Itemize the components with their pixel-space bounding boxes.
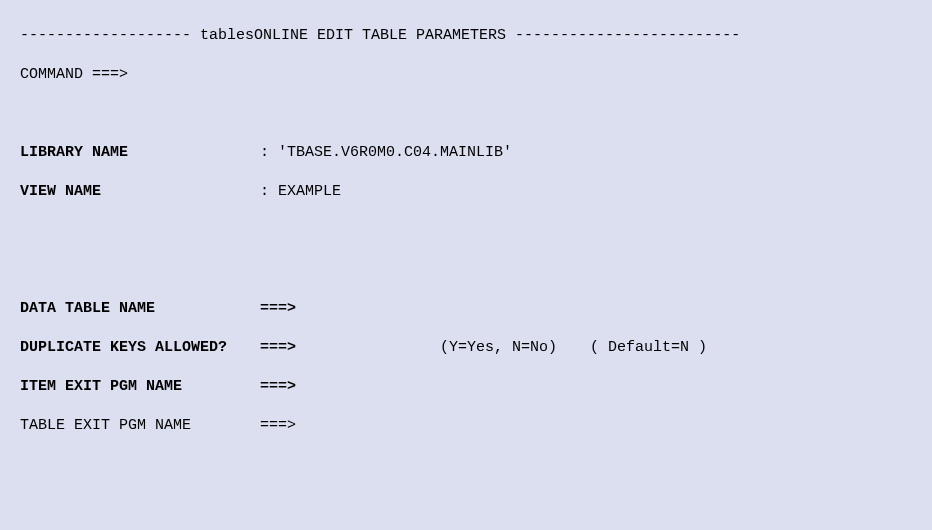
terminal-screen: ------------------- tablesONLINE EDIT TA… — [0, 0, 932, 530]
dup-keys-hint: (Y=Yes, N=No) — [440, 337, 590, 359]
view-label: VIEW NAME — [20, 181, 260, 203]
header-line: ------------------- tablesONLINE EDIT TA… — [20, 25, 912, 47]
data-table-label: DATA TABLE NAME — [20, 298, 260, 320]
arrow-icon: ===> — [260, 378, 296, 395]
table-exit-label: TABLE EXIT PGM NAME — [20, 415, 260, 437]
arrow-icon: ===> — [260, 417, 296, 434]
data-table-line[interactable]: DATA TABLE NAME===> — [20, 298, 912, 320]
view-value: EXAMPLE — [278, 183, 341, 200]
item-exit-line[interactable]: ITEM EXIT PGM NAME===> — [20, 376, 912, 398]
view-line: VIEW NAME: EXAMPLE — [20, 181, 912, 203]
dup-keys-label: DUPLICATE KEYS ALLOWED? — [20, 337, 260, 359]
arrow-icon: ===> — [260, 337, 440, 359]
dup-keys-default: ( Default=N ) — [590, 339, 707, 356]
dup-keys-line[interactable]: DUPLICATE KEYS ALLOWED?===>(Y=Yes, N=No)… — [20, 337, 912, 359]
item-exit-label: ITEM EXIT PGM NAME — [20, 376, 260, 398]
command-line[interactable]: COMMAND ===> — [20, 64, 912, 86]
table-exit-line[interactable]: TABLE EXIT PGM NAME===> — [20, 415, 912, 437]
library-value: 'TBASE.V6R0M0.C04.MAINLIB' — [278, 144, 512, 161]
library-label: LIBRARY NAME — [20, 142, 260, 164]
arrow-icon: ===> — [260, 300, 296, 317]
library-line: LIBRARY NAME: 'TBASE.V6R0M0.C04.MAINLIB' — [20, 142, 912, 164]
